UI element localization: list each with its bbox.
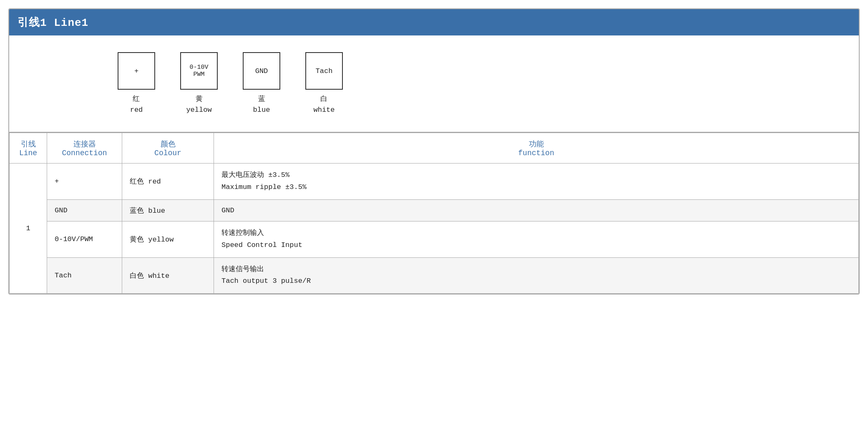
connection-plus: + <box>55 177 59 185</box>
connector-pwm: 0-10VPWM 黄 yellow <box>180 52 218 115</box>
table-wrapper: 引线1 Line1 + 红 red 0-10VPWM 黄 yellow <box>8 8 860 295</box>
table-row: 1 + 红色 red 最大电压波动 ±3.5% Maximum ripple ±… <box>10 164 859 200</box>
th-function-en: function <box>221 149 851 157</box>
function-zh-plus: 最大电压波动 ±3.5% <box>221 171 289 179</box>
function-gnd: GND <box>221 206 234 214</box>
function-zh-tach: 转速信号输出 <box>221 265 264 273</box>
th-line: 引线 Line <box>10 133 47 164</box>
connection-gnd: GND <box>55 206 68 214</box>
function-text-tach: 转速信号输出 Tach output 3 pulse/R <box>221 264 851 288</box>
table-header-row: 引线 Line 连接器 Connection 颜色 Colour 功能 func… <box>10 133 859 164</box>
colour-gnd: 蓝色 blue <box>130 207 165 215</box>
colour-cell-gnd: 蓝色 blue <box>122 199 214 221</box>
connector-en-gnd: blue <box>253 105 270 116</box>
th-connection-en: Connection <box>55 149 114 157</box>
table-row: Tach 白色 white 转速信号输出 Tach output 3 pulse… <box>10 257 859 294</box>
function-text-pwm: 转速控制输入 Speed Control Input <box>221 227 851 252</box>
connector-square-tach: Tach <box>305 52 343 90</box>
colour-tach: 白色 white <box>130 272 169 280</box>
th-connection: 连接器 Connection <box>47 133 122 164</box>
th-colour-zh: 颜色 <box>130 139 206 149</box>
connector-label-tach: 白 white <box>313 94 335 115</box>
function-cell-plus: 最大电压波动 ±3.5% Maximum ripple ±3.5% <box>214 164 859 200</box>
function-en-plus: Maximum ripple ±3.5% <box>221 183 307 191</box>
connector-symbol-tach: Tach <box>316 67 333 75</box>
th-line-zh: 引线 <box>17 139 39 149</box>
function-zh-pwm: 转速控制输入 <box>221 229 264 237</box>
connector-en-plus: red <box>130 105 143 116</box>
function-en-tach: Tach output 3 pulse/R <box>221 277 311 285</box>
function-cell-tach: 转速信号输出 Tach output 3 pulse/R <box>214 257 859 294</box>
function-cell-gnd: GND <box>214 199 859 221</box>
connector-square-gnd: GND <box>243 52 280 90</box>
colour-cell-plus: 红色 red <box>122 164 214 200</box>
connector-symbol-gnd: GND <box>255 67 268 75</box>
connector-zh-gnd: 蓝 <box>253 94 270 105</box>
connection-cell-gnd: GND <box>47 199 122 221</box>
connector-zh-plus: 红 <box>130 94 143 105</box>
connection-cell-pwm: 0-10V/PWM <box>47 221 122 257</box>
th-colour: 颜色 Colour <box>122 133 214 164</box>
main-container: 引线1 Line1 + 红 red 0-10VPWM 黄 yellow <box>0 0 868 438</box>
connector-gnd: GND 蓝 blue <box>243 52 280 115</box>
table-header: 引线1 Line1 <box>9 9 859 35</box>
colour-cell-tach: 白色 white <box>122 257 214 294</box>
connection-tach: Tach <box>55 272 72 279</box>
connection-pwm: 0-10V/PWM <box>55 235 93 243</box>
colour-plus: 红色 red <box>130 178 161 186</box>
function-cell-pwm: 转速控制输入 Speed Control Input <box>214 221 859 257</box>
table-row: GND 蓝色 blue GND <box>10 199 859 221</box>
connector-tach: Tach 白 white <box>305 52 343 115</box>
function-en-pwm: Speed Control Input <box>221 241 302 249</box>
connector-en-tach: white <box>313 105 335 116</box>
line-number-cell: 1 <box>10 164 47 294</box>
table-row: 0-10V/PWM 黄色 yellow 转速控制输入 Speed Control… <box>10 221 859 257</box>
connector-label-plus: 红 red <box>130 94 143 115</box>
line-number: 1 <box>26 224 30 232</box>
colour-cell-pwm: 黄色 yellow <box>122 221 214 257</box>
connector-zh-tach: 白 <box>313 94 335 105</box>
connector-zh-pwm: 黄 <box>186 94 211 105</box>
connector-label-gnd: 蓝 blue <box>253 94 270 115</box>
th-function: 功能 function <box>214 133 859 164</box>
function-text-plus: 最大电压波动 ±3.5% Maximum ripple ±3.5% <box>221 169 851 194</box>
connector-en-pwm: yellow <box>186 105 211 116</box>
data-table: 引线 Line 连接器 Connection 颜色 Colour 功能 func… <box>9 133 859 294</box>
th-function-zh: 功能 <box>221 139 851 149</box>
connection-cell-plus: + <box>47 164 122 200</box>
colour-pwm: 黄色 yellow <box>130 236 174 244</box>
connector-plus: + 红 red <box>118 52 155 115</box>
connection-cell-tach: Tach <box>47 257 122 294</box>
connector-label-pwm: 黄 yellow <box>186 94 211 115</box>
connector-square-pwm: 0-10VPWM <box>180 52 218 90</box>
th-connection-zh: 连接器 <box>55 139 114 149</box>
diagram-row: + 红 red 0-10VPWM 黄 yellow GND <box>9 35 859 133</box>
connector-symbol-pwm: 0-10VPWM <box>189 64 208 78</box>
th-line-en: Line <box>17 149 39 157</box>
connector-symbol-plus: + <box>134 67 138 75</box>
th-colour-en: Colour <box>130 149 206 157</box>
table-body: 1 + 红色 red 最大电压波动 ±3.5% Maximum ripple ±… <box>10 164 859 294</box>
title-text: 引线1 Line1 <box>18 17 88 29</box>
connector-square-plus: + <box>118 52 155 90</box>
